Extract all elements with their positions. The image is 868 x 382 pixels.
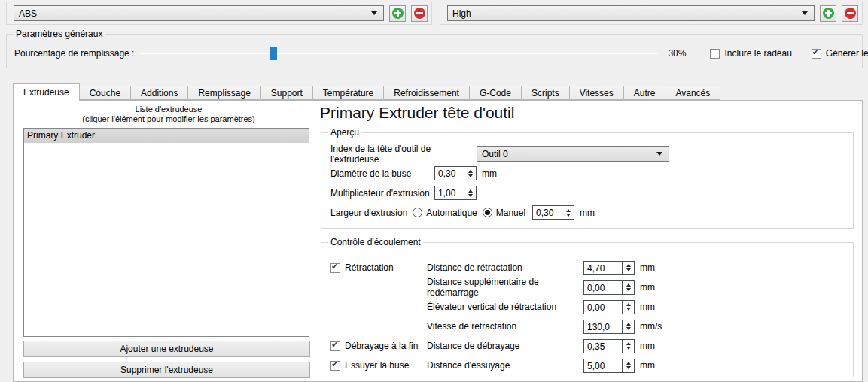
extrusion-width-spinbox[interactable]: 0,30 — [532, 205, 574, 220]
ooze-control-group: Contrôle d'écoulement Rétractation Dista… — [321, 242, 854, 377]
quality-profile-group: High — [440, 2, 863, 25]
toolhead-index-row: Index de la tête d'outil de l'extrudeuse… — [330, 146, 853, 162]
tab-temperature[interactable]: Température — [312, 86, 384, 100]
extruder-detail-title: Primary Extruder tête d'outil — [320, 104, 514, 122]
tab-vitesses[interactable]: Vitesses — [569, 86, 624, 100]
spinner-arrows-icon[interactable] — [622, 281, 634, 294]
extrusion-width-manual-radio[interactable] — [483, 208, 492, 217]
spinner-arrows-icon[interactable] — [622, 320, 634, 333]
vertical-lift-row: Élévateur vertical de rétractation 0,00 … — [330, 297, 853, 317]
list-item-primary-extruder[interactable]: Primary Extruder — [24, 129, 309, 143]
remove-quality-profile-button[interactable] — [842, 5, 858, 22]
chevron-down-icon — [802, 11, 808, 15]
extruder-list-title: Liste d'extrudeuse (cliquer l'élément po… — [21, 105, 316, 124]
toolhead-index-value: Outil 0 — [482, 149, 656, 159]
chevron-down-icon — [656, 152, 662, 156]
infill-slider[interactable] — [140, 47, 658, 61]
extrusion-width-value[interactable]: 0,30 — [533, 206, 562, 219]
restart-distance-unit: mm — [640, 282, 655, 293]
wipe-nozzle-checkbox-label: Essuyer la buse — [345, 360, 409, 371]
remove-extruder-button[interactable]: Supprimer l'extrudeuse — [23, 362, 310, 378]
minus-icon — [845, 8, 856, 19]
extrusion-multiplier-label: Multiplicateur d'extrusion — [330, 188, 434, 199]
nozzle-diameter-value[interactable]: 0,30 — [435, 167, 464, 180]
material-profile-select[interactable]: ABS — [14, 5, 384, 21]
settings-tab-bar: Extrudeuse Couche Additions Remplissage … — [13, 83, 720, 100]
tab-remplissage[interactable]: Remplissage — [187, 86, 260, 100]
tab-extrudeuse[interactable]: Extrudeuse — [13, 83, 80, 101]
slider-thumb[interactable] — [270, 47, 277, 60]
tab-scripts[interactable]: Scripts — [521, 86, 570, 100]
spinner-arrows-icon[interactable] — [622, 262, 634, 274]
tab-gcode[interactable]: G-Code — [469, 86, 522, 100]
add-material-profile-button[interactable] — [389, 5, 406, 22]
remove-material-profile-button[interactable] — [411, 5, 428, 22]
coast-row: Débrayage à la fin Distance de débrayage… — [330, 336, 853, 356]
generate-support-checkbox[interactable] — [812, 49, 821, 59]
retraction-speed-unit: mm/s — [640, 321, 662, 332]
coast-distance-value[interactable]: 0,35 — [584, 340, 622, 353]
extruder-tab-panel: Liste d'extrudeuse (cliquer l'élément po… — [13, 100, 863, 382]
toolhead-index-label: Index de la tête d'outil de l'extrudeuse — [330, 144, 477, 165]
spinner-arrows-icon[interactable] — [464, 186, 476, 199]
extrusion-width-auto-radio[interactable] — [413, 208, 422, 217]
spinner-arrows-icon[interactable] — [622, 301, 634, 314]
extruder-listbox[interactable]: Primary Extruder — [23, 128, 309, 337]
spinner-arrows-icon[interactable] — [622, 359, 634, 372]
extrusion-width-auto-option[interactable]: Automatique — [413, 208, 477, 218]
wipe-distance-label: Distance d'essuyage — [427, 360, 583, 371]
tab-avances[interactable]: Avancés — [665, 86, 720, 100]
wipe-nozzle-checkbox[interactable] — [330, 361, 340, 371]
restart-distance-value[interactable]: 0,00 — [584, 281, 622, 294]
overview-group: Aperçu Index de la tête d'outil de l'ext… — [321, 132, 854, 229]
material-profile-value: ABS — [19, 8, 371, 19]
generate-support-option[interactable]: Générer le support — [812, 48, 868, 59]
extrusion-width-auto-label: Automatique — [426, 208, 477, 218]
tab-refroidissement[interactable]: Refroidissement — [383, 86, 470, 100]
coast-at-end-checkbox-label: Débrayage à la fin — [345, 341, 418, 351]
extrusion-width-unit: mm — [580, 208, 595, 218]
retraction-checkbox-label: Rétractation — [345, 262, 394, 273]
include-raft-checkbox[interactable] — [710, 49, 720, 59]
tab-couche[interactable]: Couche — [79, 86, 131, 100]
spinner-arrows-icon[interactable] — [464, 167, 476, 180]
extrusion-multiplier-spinbox[interactable]: 1,00 — [434, 186, 477, 200]
quality-profile-select[interactable]: High — [447, 5, 815, 21]
add-quality-profile-button[interactable] — [820, 5, 836, 22]
add-extruder-button[interactable]: Ajouter une extrudeuse — [23, 341, 310, 357]
coast-at-end-checkbox[interactable] — [330, 341, 340, 351]
coast-distance-spinbox[interactable]: 0,35 — [583, 339, 635, 353]
wipe-distance-spinbox[interactable]: 5,00 — [583, 359, 635, 373]
plus-icon — [392, 8, 404, 19]
generate-support-label: Générer le support — [826, 48, 868, 59]
tab-autre[interactable]: Autre — [623, 86, 666, 100]
extrusion-width-manual-option[interactable]: Manuel — [483, 208, 525, 218]
vertical-lift-value[interactable]: 0,00 — [584, 301, 622, 314]
general-settings-group: Paramètres généraux Pourcentage de rempl… — [6, 34, 863, 68]
retraction-distance-spinbox[interactable]: 4,70 — [583, 261, 635, 275]
spinner-arrows-icon[interactable] — [562, 206, 574, 219]
nozzle-diameter-unit: mm — [482, 168, 497, 179]
nozzle-diameter-spinbox[interactable]: 0,30 — [434, 166, 477, 180]
extrusion-multiplier-value[interactable]: 1,00 — [435, 186, 464, 199]
retraction-speed-label: Vitesse de rétractation — [427, 321, 583, 332]
spinner-arrows-icon[interactable] — [622, 340, 634, 353]
retraction-distance-value[interactable]: 4,70 — [584, 262, 622, 274]
tab-additions[interactable]: Additions — [130, 86, 188, 100]
include-raft-option[interactable]: Inclure le radeau — [710, 48, 791, 59]
retraction-speed-row: Vitesse de rétractation 130,0 mm/s — [330, 317, 853, 336]
retraction-speed-spinbox[interactable]: 130,0 — [583, 320, 635, 334]
tab-support[interactable]: Support — [260, 86, 313, 100]
retraction-speed-value[interactable]: 130,0 — [584, 320, 622, 333]
extruder-list-title-line2: (cliquer l'élément pour modifier les par… — [21, 114, 316, 124]
slider-track[interactable] — [140, 53, 658, 54]
toolhead-index-select[interactable]: Outil 0 — [477, 146, 669, 162]
vertical-lift-spinbox[interactable]: 0,00 — [583, 300, 635, 314]
restart-distance-spinbox[interactable]: 0,00 — [583, 280, 635, 295]
retraction-row: Rétractation Distance de rétractation 4,… — [330, 258, 853, 277]
vertical-lift-label: Élévateur vertical de rétractation — [427, 302, 583, 312]
retraction-checkbox[interactable] — [330, 263, 340, 273]
infill-percentage-value: 30% — [668, 48, 686, 59]
extrusion-multiplier-row: Multiplicateur d'extrusion 1,00 — [330, 185, 853, 201]
wipe-distance-value[interactable]: 5,00 — [584, 359, 622, 372]
